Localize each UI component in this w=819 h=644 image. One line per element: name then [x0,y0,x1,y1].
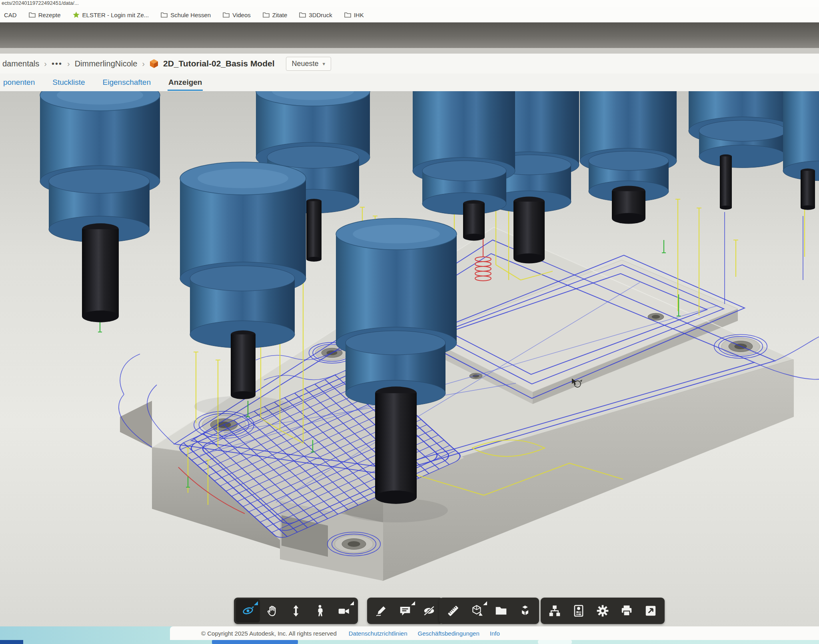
toolbar-button-zoom[interactable] [284,599,308,622]
bookmark-item-cad[interactable]: CAD [4,12,17,18]
flyout-triangle-icon [254,601,258,605]
breadcrumb-separator: › [67,59,70,68]
folder-icon [161,12,168,18]
toolbar-group-4 [541,598,665,624]
taskbar-glare [538,640,572,644]
version-label: Neueste [292,60,319,68]
folder-icon [344,12,351,18]
folder-icon [263,12,270,18]
bookmark-label: IHK [354,12,364,18]
toolbar-button-print[interactable] [615,599,639,622]
explode-icon [518,604,532,618]
flyout-triangle-icon [411,601,415,605]
toolbar-button-folder[interactable] [489,599,513,622]
toolbar-group-3 [439,598,539,624]
bookmark-item-zitate[interactable]: Zitate [263,12,288,18]
toolbar-button-look[interactable] [332,599,356,622]
bookmark-label: Videos [232,12,251,18]
measure-icon [446,604,460,618]
toolbar-button-fullscreen[interactable] [639,599,663,622]
header-gap-strip [0,48,819,54]
caret-down-icon: ▾ [323,61,326,67]
model-browser-icon [548,604,561,618]
breadcrumb-item-damentals[interactable]: damentals [2,59,39,68]
browser-url-text: ects/20240119722492451/data/... [0,0,819,7]
breadcrumb-bar: damentals›•••›DimmerlingNicole › 2D_Tuto… [0,54,819,74]
toolbar-button-markup[interactable] [369,599,393,622]
file-cube-icon [150,59,158,68]
footer-link-datenschutzrichtlinien[interactable]: Datenschutzrichtlinien [349,630,408,637]
tabs-bar: ponentenStucklisteEigenschaftenAnzeigen [0,74,819,92]
fullscreen-icon [644,604,657,618]
bookmark-item-schule-hessen[interactable]: Schule Hessen [161,12,211,18]
look-icon [337,604,351,618]
folder-icon [299,12,306,18]
model-title: 2D_Tutorial-02_Basis Model [163,59,275,68]
bookmark-item-videos[interactable]: Videos [223,12,251,18]
bookmark-label: Schule Hessen [170,12,211,18]
app-header-bar [0,22,819,48]
flyout-triangle-icon [350,601,354,605]
footer-bar: © Copyright 2025 Autodesk, Inc. All righ… [170,626,819,640]
breadcrumb-item-more[interactable]: ••• [52,59,62,68]
taskbar-app-blob[interactable] [212,640,298,644]
tab-stuckliste[interactable]: Stuckliste [52,74,86,90]
breadcrumb-separator: › [44,59,47,68]
toolbar-button-comment[interactable] [393,599,417,622]
orbit-icon [241,604,255,618]
print-icon [620,604,633,618]
footer-link-info[interactable]: Info [490,630,500,637]
folder-icon [29,12,36,18]
toolbar-button-settings[interactable] [591,599,615,622]
bookmark-item-3ddruck[interactable]: 3DDruck [299,12,332,18]
toolbar-button-orbit[interactable] [236,599,260,622]
bookmark-item-rezepte[interactable]: Rezepte [29,12,61,18]
toolbar-button-pan[interactable] [260,599,284,622]
tab-eigenschaften[interactable]: Eigenschaften [102,74,152,90]
markup-icon [374,604,388,618]
toolbar-button-hide[interactable] [417,599,441,622]
zoom-icon [289,604,303,618]
taskbar-corner-blob [0,640,23,644]
toolbar-group-2 [367,598,443,624]
tool-assembly [413,91,515,241]
tool-assembly [580,91,677,224]
comment-icon [398,604,412,618]
bookmark-label: 3DDruck [309,12,332,18]
pan-icon [265,604,279,618]
hide-icon [422,604,436,618]
bookmarks-bar: CADRezepteELSTER - Login mit Ze...Schule… [0,7,819,23]
tab-anzeigen[interactable]: Anzeigen [168,74,203,90]
flyout-triangle-icon [483,601,487,605]
star-icon [73,12,80,18]
bookmark-label: Rezepte [38,12,61,18]
settings-icon [596,604,609,618]
walk-icon [313,604,327,618]
toolbar-button-walk[interactable] [308,599,332,622]
section-icon [470,604,484,618]
tool-assembly [40,91,160,322]
bookmark-item-ihk[interactable]: IHK [344,12,364,18]
bookmark-item-elster-login-mit-ze[interactable]: ELSTER - Login mit Ze... [73,12,149,18]
toolbar-button-section[interactable] [465,599,489,622]
folder-icon [494,604,508,618]
breadcrumb-item-dimmerlingnicole[interactable]: DimmerlingNicole [75,59,138,68]
toolbar-button-properties[interactable] [567,599,591,622]
tab-ponenten[interactable]: ponenten [2,74,36,90]
cam-scene [0,91,819,644]
tool-assembly [783,91,819,210]
footer-link-gesch-ftsbedingungen[interactable]: Geschäftsbedingungen [417,630,479,637]
toolbar-group-1 [234,598,358,624]
bookmark-label: Zitate [272,12,288,18]
toolbar-button-explode[interactable] [513,599,537,622]
breadcrumb-separator: › [142,59,145,68]
toolbar-button-model-browser[interactable] [543,599,567,622]
folder-icon [223,12,230,18]
copyright-text: © Copyright 2025 Autodesk, Inc. All righ… [201,630,337,637]
properties-icon [572,604,585,618]
bookmark-label: ELSTER - Login mit Ze... [82,12,149,18]
toolbar-button-measure[interactable] [441,599,465,622]
viewport-3d[interactable] [0,91,819,644]
version-dropdown[interactable]: Neueste ▾ [286,57,332,71]
bookmark-label: CAD [4,12,17,18]
